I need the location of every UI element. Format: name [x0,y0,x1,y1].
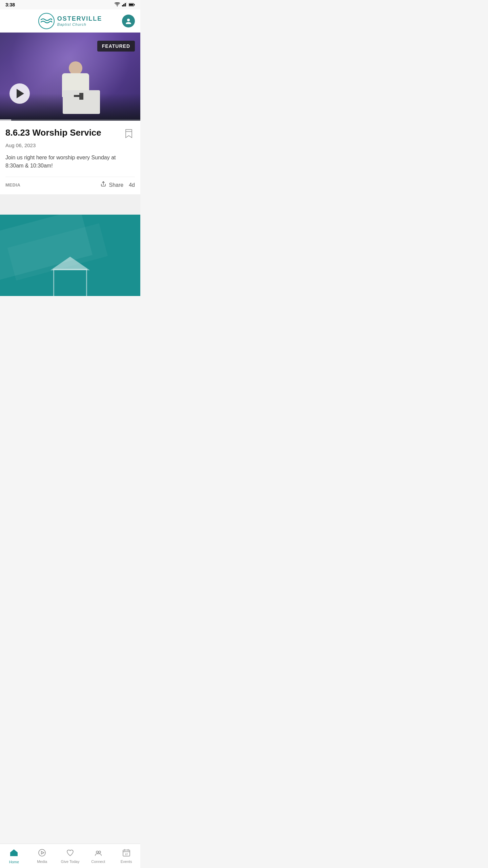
church-roof-icon [50,257,90,270]
status-time: 3:38 [5,2,15,7]
svg-point-8 [127,19,130,21]
give-today-teaser[interactable] [0,215,140,296]
section-spacer [0,194,140,215]
content-header: 8.6.23 Worship Service [5,127,135,140]
wifi-icon [115,2,120,8]
logo-text-group: OSTERVILLE Baptist Church [57,15,102,26]
category-label: MEDIA [5,182,20,188]
church-shape-icon [53,269,87,296]
logo-text-main: OSTERVILLE [57,15,102,22]
svg-rect-5 [129,4,133,6]
post-title: 8.6.23 Worship Service [5,127,123,138]
svg-rect-0 [122,5,123,6]
svg-point-7 [39,13,54,29]
bookmark-icon [124,129,134,138]
app-header: OSTERVILLE Baptist Church [0,9,140,33]
svg-rect-1 [123,4,124,6]
post-content: 8.6.23 Worship Service Aug 06, 2023 Join… [0,121,140,194]
svg-rect-2 [125,3,126,6]
signal-icon [122,2,127,8]
time-ago: 4d [129,182,135,188]
svg-rect-6 [134,4,135,5]
battery-icon [129,2,135,8]
profile-button[interactable] [122,15,135,27]
status-icons [115,2,135,8]
share-icon [100,181,106,189]
featured-badge: FEATURED [97,41,135,52]
featured-video[interactable]: FEATURED [0,33,140,121]
play-button[interactable] [9,83,30,104]
logo-text-sub: Baptist Church [57,22,102,26]
share-label: Share [109,182,124,188]
progress-fill [0,119,11,121]
play-triangle-icon [17,89,24,98]
post-description: Join us right here for worship every Sun… [5,154,135,170]
content-footer: MEDIA Share 4d [5,177,135,189]
progress-bar [0,119,140,121]
logo-icon [38,13,55,29]
post-date: Aug 06, 2023 [5,142,135,148]
bookmark-button[interactable] [123,127,135,140]
share-button[interactable]: Share [100,181,124,189]
status-bar: 3:38 [0,0,140,9]
svg-rect-3 [126,2,127,6]
logo-container: OSTERVILLE Baptist Church [38,13,102,29]
user-icon [125,17,132,25]
